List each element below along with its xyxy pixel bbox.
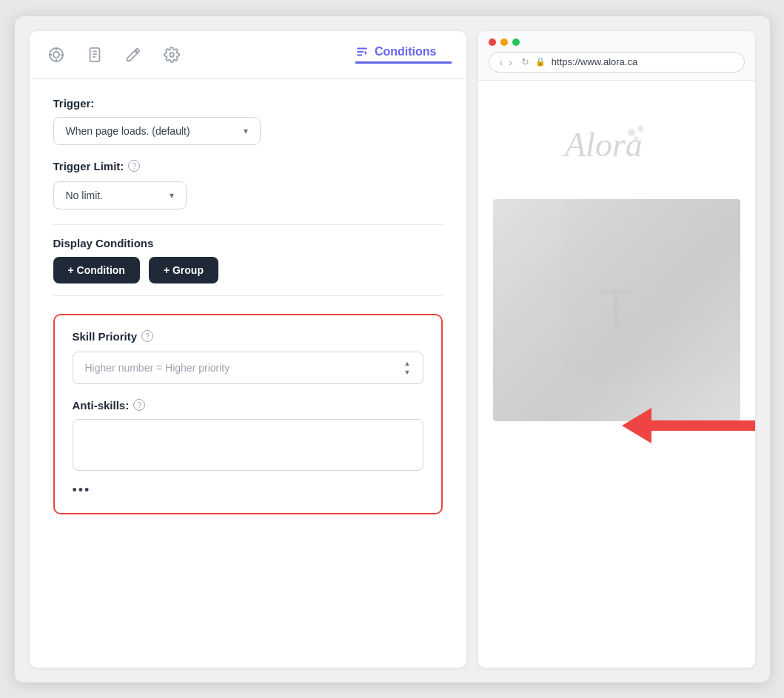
arrow-head (622, 408, 651, 443)
browser-dot-yellow[interactable] (500, 38, 508, 46)
conditions-tab-label: Conditions (375, 45, 437, 58)
skill-priority-label: Skill Priority (73, 330, 138, 343)
right-panel: ‹ › ↻ 🔒 https://www.alora.ca Alora (478, 31, 755, 668)
divider-2 (53, 295, 443, 296)
browser-chrome: ‹ › ↻ 🔒 https://www.alora.ca (478, 31, 755, 81)
content-area: Trigger: When page loads. (default) ▾ Tr… (30, 79, 466, 668)
trigger-limit-label: Trigger Limit: (53, 160, 124, 172)
trigger-limit-dropdown[interactable]: No limit. ▾ (53, 181, 187, 209)
browser-address-bar[interactable]: ‹ › ↻ 🔒 https://www.alora.ca (489, 52, 745, 73)
main-container: Conditions Trigger: When page loads. (de… (15, 16, 770, 682)
display-conditions-label: Display Conditions (53, 237, 443, 249)
toolbar: Conditions (30, 31, 466, 79)
alora-logo-area: Alora (557, 118, 676, 170)
browser-dot-green[interactable] (512, 38, 520, 46)
arrow-shaft (651, 420, 755, 431)
spinner-up[interactable]: ▲ (404, 360, 411, 367)
browser-dot-red[interactable] (489, 38, 496, 46)
anti-skills-input[interactable] (73, 419, 423, 471)
trigger-limit-help-icon[interactable]: ? (128, 160, 140, 172)
trigger-label: Trigger: (53, 97, 443, 110)
target-icon[interactable] (44, 43, 68, 67)
browser-dots (489, 38, 745, 46)
svg-point-15 (634, 136, 638, 141)
trigger-value: When page loads. (default) (66, 125, 190, 137)
red-arrow (622, 408, 755, 443)
trigger-limit-section: Trigger Limit: ? (53, 160, 443, 172)
trigger-limit-dropdown-arrow: ▾ (170, 190, 174, 201)
browser-content: Alora T (478, 81, 755, 668)
spinner-down[interactable]: ▼ (404, 369, 411, 376)
skill-priority-placeholder: Higher number = Higher priority (85, 362, 230, 374)
priority-box: Skill Priority ? Higher number = Higher … (53, 314, 443, 514)
trigger-dropdown[interactable]: When page loads. (default) ▾ (53, 117, 261, 145)
conditions-tab[interactable]: Conditions (355, 45, 452, 64)
image-placeholder: T (493, 199, 740, 421)
trigger-limit-value: No limit. (66, 189, 104, 201)
brush-icon[interactable] (121, 43, 145, 67)
svg-point-13 (628, 129, 635, 136)
trigger-dropdown-arrow: ▾ (244, 126, 248, 136)
add-condition-button[interactable]: + Condition (53, 257, 140, 283)
spinner-arrows[interactable]: ▲ ▼ (404, 360, 411, 376)
browser-url: https://www.alora.ca (552, 56, 734, 67)
skill-priority-input[interactable]: Higher number = Higher priority ▲ ▼ (73, 352, 423, 384)
add-group-button[interactable]: + Group (149, 257, 218, 283)
condition-buttons-row: + Condition + Group (53, 257, 443, 283)
anti-skills-help-icon[interactable]: ? (133, 399, 145, 411)
svg-point-1 (53, 52, 59, 58)
reload-icon[interactable]: ↻ (521, 56, 529, 67)
forward-button[interactable]: › (509, 56, 512, 68)
svg-point-14 (637, 126, 643, 132)
anti-skills-label-text: Anti-skills: (73, 399, 130, 412)
browser-nav: ‹ › (500, 56, 512, 68)
dots-menu[interactable]: ••• (73, 483, 423, 498)
left-panel: Conditions Trigger: When page loads. (de… (30, 31, 466, 668)
divider-1 (53, 224, 443, 225)
back-button[interactable]: ‹ (500, 56, 503, 68)
settings-icon[interactable] (160, 43, 184, 67)
document-icon[interactable] (83, 43, 107, 67)
anti-skills-section: Anti-skills: ? (73, 399, 423, 412)
lock-icon: 🔒 (535, 57, 546, 67)
svg-marker-11 (365, 51, 367, 56)
red-arrow-graphic (622, 408, 755, 443)
svg-point-10 (170, 53, 174, 57)
skill-priority-help-icon[interactable]: ? (141, 330, 153, 342)
skill-priority-section: Skill Priority ? (73, 330, 423, 343)
